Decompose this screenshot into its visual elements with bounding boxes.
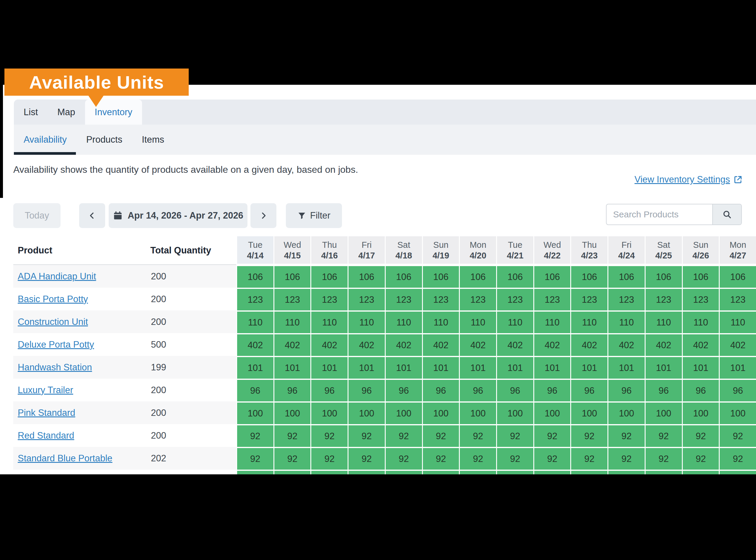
view-inventory-settings-link[interactable]: View Inventory Settings <box>635 174 742 185</box>
availability-cell: 92 <box>719 447 756 469</box>
availability-cell: 96 <box>385 379 422 401</box>
availability-cell: 92 <box>496 424 533 447</box>
availability-cell: 92 <box>236 424 273 447</box>
table-row-product-cell: Basic Porta Potty <box>13 288 145 311</box>
availability-cell: 106 <box>496 265 533 288</box>
availability-cell: 106 <box>645 265 682 288</box>
availability-cell: 92 <box>719 424 756 447</box>
prev-date-range-button[interactable] <box>79 203 105 228</box>
table-row-product-cell: Construction Unit <box>13 311 145 333</box>
table-row-product-cell: Handwash Station <box>13 356 145 379</box>
availability-cell: 123 <box>496 288 533 311</box>
product-link[interactable]: Luxury Trailer <box>18 385 73 396</box>
subtab-items[interactable]: Items <box>132 134 174 145</box>
filter-button[interactable]: Filter <box>286 203 342 228</box>
availability-description: Availability shows the quantity of produ… <box>13 164 358 175</box>
availability-cell: 110 <box>682 311 719 333</box>
availability-cell: 123 <box>459 288 496 311</box>
availability-cell: 402 <box>459 333 496 356</box>
availability-cell: 100 <box>348 401 385 424</box>
availability-cell: 106 <box>459 265 496 288</box>
availability-cell: 96 <box>645 379 682 401</box>
availability-cell: 101 <box>533 356 571 379</box>
next-date-range-button[interactable] <box>250 203 277 228</box>
tab-map[interactable]: Map <box>47 100 85 125</box>
availability-cell: 101 <box>385 356 422 379</box>
filter-label: Filter <box>310 210 330 221</box>
day-column-header: Fri4/24 <box>608 236 645 265</box>
availability-cell: 100 <box>533 401 571 424</box>
screenshot-root: Available Units List Map Inventory Avail… <box>0 0 756 560</box>
available-units-callout: Available Units <box>4 68 189 96</box>
day-column-header: Sat4/18 <box>385 236 422 265</box>
product-link[interactable]: Basic Porta Potty <box>18 294 88 304</box>
availability-cell: 402 <box>348 333 385 356</box>
availability-cell: 110 <box>273 311 311 333</box>
availability-cell: 402 <box>682 333 719 356</box>
subtab-products[interactable]: Products <box>77 134 132 145</box>
availability-cell: 100 <box>682 401 719 424</box>
availability-cell: 123 <box>348 288 385 311</box>
table-row-product-cell: Red Standard <box>13 424 145 447</box>
partial-row-product-cell <box>13 469 145 474</box>
partial-availability-cell <box>273 469 311 474</box>
day-column-header: Thu4/23 <box>570 236 608 265</box>
availability-cell: 96 <box>570 379 608 401</box>
availability-cell: 123 <box>273 288 311 311</box>
partial-availability-cell <box>348 469 385 474</box>
callout-pointer <box>88 95 104 107</box>
search-button[interactable] <box>712 204 741 224</box>
availability-cell: 110 <box>608 311 645 333</box>
availability-cell: 123 <box>385 288 422 311</box>
product-link[interactable]: Handwash Station <box>18 362 92 373</box>
availability-cell: 101 <box>310 356 348 379</box>
search-products-box <box>606 204 742 225</box>
product-link[interactable]: Deluxe Porta Potty <box>18 339 94 350</box>
availability-cell: 106 <box>385 265 422 288</box>
availability-cell: 100 <box>273 401 311 424</box>
availability-cell: 92 <box>533 447 571 469</box>
product-link[interactable]: Red Standard <box>18 430 74 441</box>
availability-cell: 106 <box>273 265 311 288</box>
product-link[interactable]: Pink Standard <box>18 407 75 418</box>
availability-cell: 106 <box>422 265 459 288</box>
product-column-header: Product <box>13 236 145 265</box>
availability-cell: 101 <box>608 356 645 379</box>
availability-cell: 92 <box>608 447 645 469</box>
availability-cell: 92 <box>385 424 422 447</box>
availability-cell: 106 <box>570 265 608 288</box>
availability-cell: 106 <box>348 265 385 288</box>
partial-availability-cell <box>385 469 422 474</box>
availability-cell: 92 <box>459 447 496 469</box>
partial-availability-cell <box>682 469 719 474</box>
day-column-header: Thu4/16 <box>310 236 348 265</box>
availability-cell: 110 <box>645 311 682 333</box>
partial-availability-cell <box>719 469 756 474</box>
today-button[interactable]: Today <box>13 203 61 228</box>
day-column-header: Sun4/19 <box>422 236 459 265</box>
availability-cell: 92 <box>608 424 645 447</box>
tab-list[interactable]: List <box>14 100 47 125</box>
partial-availability-cell <box>496 469 533 474</box>
availability-cell: 96 <box>422 379 459 401</box>
main-tab-bar: List Map Inventory <box>14 100 756 125</box>
total-quantity-cell: 200 <box>145 265 236 288</box>
partial-availability-cell <box>645 469 682 474</box>
availability-cell: 92 <box>422 424 459 447</box>
availability-cell: 123 <box>310 288 348 311</box>
product-link[interactable]: Construction Unit <box>18 317 88 327</box>
availability-cell: 402 <box>236 333 273 356</box>
availability-cell: 96 <box>682 379 719 401</box>
availability-cell: 92 <box>496 447 533 469</box>
search-input[interactable] <box>607 204 712 224</box>
total-quantity-cell: 200 <box>145 424 236 447</box>
availability-cell: 92 <box>310 447 348 469</box>
availability-cell: 123 <box>422 288 459 311</box>
product-link[interactable]: Standard Blue Portable <box>18 453 113 464</box>
inventory-subtab-bar: Availability Products Items <box>14 125 756 155</box>
partial-availability-cell <box>608 469 645 474</box>
day-column-header: Sat4/25 <box>645 236 682 265</box>
product-link[interactable]: ADA Handicap Unit <box>18 271 96 282</box>
subtab-availability[interactable]: Availability <box>14 134 77 145</box>
date-range-button[interactable]: Apr 14, 2026 - Apr 27, 2026 <box>109 203 247 228</box>
